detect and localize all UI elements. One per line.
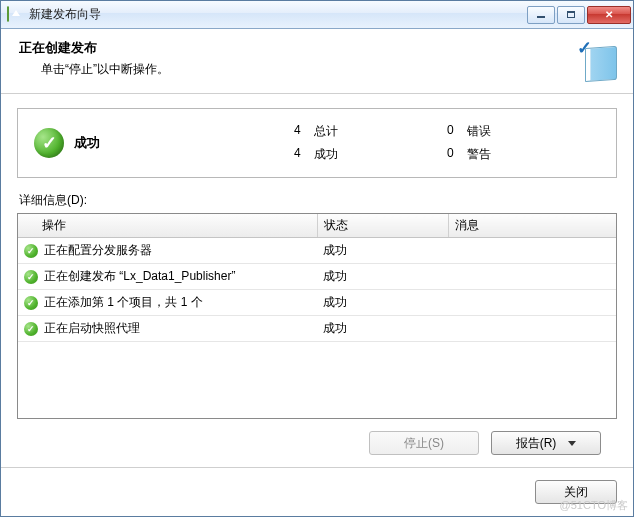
status-cell: 成功	[317, 238, 449, 264]
wizard-header-icon: ✓	[575, 39, 617, 81]
close-button[interactable]: 关闭	[535, 480, 617, 504]
op-text: 正在添加第 1 个项目，共 1 个	[44, 294, 203, 311]
stop-button: 停止(S)	[369, 431, 479, 455]
stat-error: 0错误	[447, 123, 600, 140]
table-row[interactable]: ✓正在创建发布 “Lx_Data1_Publisher”成功	[18, 264, 616, 290]
col-operation[interactable]: 操作	[18, 214, 317, 238]
col-status[interactable]: 状态	[317, 214, 449, 238]
message-cell	[449, 290, 616, 316]
minimize-button[interactable]	[527, 6, 555, 24]
minimize-icon	[537, 16, 545, 18]
wizard-window: 新建发布向导 ✕ 正在创建发布 单击“停止”以中断操作。 ✓ ✓ 成功 4总计 …	[0, 0, 634, 517]
summary-status: 成功	[74, 134, 124, 152]
success-icon: ✓	[24, 270, 38, 284]
success-icon: ✓	[24, 322, 38, 336]
chevron-down-icon	[568, 441, 576, 446]
wizard-header: 正在创建发布 单击“停止”以中断操作。 ✓	[1, 29, 633, 94]
success-icon: ✓	[34, 128, 64, 158]
titlebar: 新建发布向导 ✕	[1, 1, 633, 29]
message-cell	[449, 238, 616, 264]
close-icon: ✕	[605, 9, 613, 20]
details-grid[interactable]: 操作 状态 消息 ✓正在配置分发服务器成功✓正在创建发布 “Lx_Data1_P…	[17, 213, 617, 419]
summary-stats: 4总计 0错误 4成功 0警告	[154, 123, 600, 163]
summary-box: ✓ 成功 4总计 0错误 4成功 0警告	[17, 108, 617, 178]
message-cell	[449, 316, 616, 342]
action-buttons: 停止(S) 报告(R)	[17, 419, 617, 467]
op-text: 正在配置分发服务器	[44, 242, 152, 259]
op-text: 正在启动快照代理	[44, 320, 140, 337]
report-button[interactable]: 报告(R)	[491, 431, 601, 455]
success-icon: ✓	[24, 296, 38, 310]
op-text: 正在创建发布 “Lx_Data1_Publisher”	[44, 268, 235, 285]
table-row[interactable]: ✓正在启动快照代理成功	[18, 316, 616, 342]
window-buttons: ✕	[525, 6, 631, 24]
book-icon	[585, 46, 617, 82]
status-cell: 成功	[317, 316, 449, 342]
page-title: 正在创建发布	[19, 39, 567, 57]
stat-total: 4总计	[294, 123, 447, 140]
status-cell: 成功	[317, 264, 449, 290]
status-cell: 成功	[317, 290, 449, 316]
stat-success: 4成功	[294, 146, 447, 163]
details-label: 详细信息(D):	[19, 192, 617, 209]
footer-buttons: 关闭	[1, 467, 633, 516]
app-icon	[7, 7, 23, 23]
maximize-button[interactable]	[557, 6, 585, 24]
window-close-button[interactable]: ✕	[587, 6, 631, 24]
table-row[interactable]: ✓正在配置分发服务器成功	[18, 238, 616, 264]
success-icon: ✓	[24, 244, 38, 258]
page-subtitle: 单击“停止”以中断操作。	[41, 61, 567, 78]
message-cell	[449, 264, 616, 290]
col-message[interactable]: 消息	[449, 214, 616, 238]
stat-warning: 0警告	[447, 146, 600, 163]
table-row[interactable]: ✓正在添加第 1 个项目，共 1 个成功	[18, 290, 616, 316]
details-table: 操作 状态 消息 ✓正在配置分发服务器成功✓正在创建发布 “Lx_Data1_P…	[18, 214, 616, 342]
window-title: 新建发布向导	[29, 6, 525, 23]
maximize-icon	[567, 11, 575, 18]
content-area: ✓ 成功 4总计 0错误 4成功 0警告 详细信息(D): 操作 状态 消息	[1, 94, 633, 467]
